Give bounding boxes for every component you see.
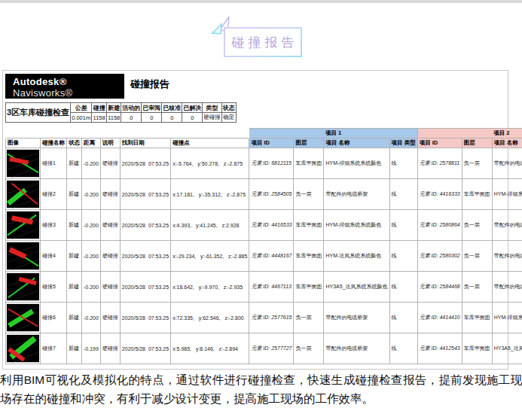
item1-layer-cell: 负一层	[294, 179, 324, 210]
clash-thumbnail-cell	[6, 179, 41, 210]
item1-name-cell: HY3A5_送风系统系统颜色	[324, 272, 389, 303]
item2-name-cell: 带配件的电缆桥架	[492, 241, 522, 272]
distance-cell: -0.200	[82, 272, 101, 303]
date-found-cell: 2020/5/28 07:53.25	[120, 333, 170, 364]
distance-cell: -0.200	[82, 179, 101, 210]
clash-thumbnail-cell	[6, 148, 41, 179]
summary-header: 已核准	[162, 103, 182, 113]
clash-name-cell: 碰撞7	[41, 333, 67, 364]
autodesk-navisworks-logo: Autodesk® Navisworks®	[5, 74, 124, 99]
distance-cell: -0.200	[82, 241, 101, 272]
clash-name-cell: 碰撞4	[41, 241, 67, 272]
item1-name-cell: 带配件的电缆桥架	[324, 179, 389, 210]
column-header: 图层	[462, 138, 492, 148]
item2-id-cell: 元素 ID: 4416333	[417, 179, 462, 210]
status-cell: 新建	[67, 333, 82, 364]
item2-id-cell: 元素 ID: 2584468	[417, 272, 462, 303]
column-header: 项目 名称	[324, 138, 389, 148]
item1-type-cell: 线	[389, 210, 417, 241]
date-found-cell: 2020/5/28 07:53.25	[120, 272, 170, 303]
table-row: 碰撞6新建-0.200硬碰撞2020/5/28 07:53.25x:72.335…	[6, 303, 522, 333]
date-found-cell: 2020/5/28 07:53.25	[120, 148, 170, 179]
item1-type-cell: 线	[389, 148, 417, 179]
item1-group-header: 项目 1	[249, 129, 417, 138]
clash-snapshot-image	[7, 211, 39, 239]
column-header: 项目 名称	[492, 138, 522, 148]
summary-header: 已解决	[182, 103, 203, 113]
column-header: 碰撞点	[171, 138, 249, 148]
item2-id-cell: 元素 ID: 4414410	[417, 303, 462, 333]
item1-type-cell: 线	[389, 241, 417, 272]
item1-id-cell: 元素 ID: 2584505	[249, 179, 294, 210]
item2-layer-cell: 车库平面图	[462, 179, 492, 210]
clash-point-cell: x:4.393, y:41.245, z:2.928	[171, 210, 249, 241]
summary-header: 碰撞	[92, 103, 107, 113]
clash-point-cell: x:17.181, y:-35.312, z:-2.875	[171, 179, 249, 210]
clash-name-cell: 碰撞3	[41, 210, 67, 241]
column-header: 项目 类型	[389, 138, 417, 148]
item1-layer-cell: 车库平面图	[294, 272, 324, 303]
item2-id-cell: 元素 ID: 4412543	[417, 333, 462, 364]
clash-name-cell: 碰撞6	[41, 303, 67, 333]
date-found-cell: 2020/5/28 07:53.25	[120, 179, 170, 210]
clash-point-cell: x:18.642, y:-9.970, z:-2.935	[171, 272, 249, 303]
column-header: 状态	[67, 138, 82, 148]
clash-point-cell: x:5.985, y:8.146, z:-2.894	[171, 333, 249, 364]
status-cell: 新建	[67, 210, 82, 241]
description-cell: 硬碰撞	[100, 303, 120, 333]
column-header: 项目 ID	[417, 138, 462, 148]
clash-table-body: 碰撞1新建-0.200硬碰撞2020/5/28 07:53.25x:-5.764…	[6, 148, 522, 364]
summary-value: 1158	[107, 113, 121, 123]
description-cell: 硬碰撞	[100, 148, 120, 179]
summary-header: 状态	[221, 103, 236, 113]
date-found-cell: 2020/5/28 07:53.25	[120, 210, 170, 241]
table-row: 碰撞3新建-0.200硬碰撞2020/5/28 07:53.25x:4.393,…	[6, 210, 522, 241]
summary-value: 硬碰撞	[203, 113, 222, 123]
clash-thumbnail-cell	[6, 272, 41, 303]
clash-point-cell: x:-5.764, y:50.278, z:-2.875	[171, 148, 249, 179]
item1-name-cell: 带配件的电缆桥架	[324, 303, 389, 333]
distance-cell: -0.199	[82, 333, 101, 364]
summary-header: 公差	[71, 103, 92, 113]
item2-layer-cell: 负一层	[462, 272, 492, 303]
column-header: 距离	[82, 138, 101, 148]
summary-value: 0	[121, 113, 142, 123]
clash-snapshot-image	[7, 334, 39, 363]
item1-layer-cell: 车库平面图	[294, 241, 324, 272]
clash-thumbnail-cell	[6, 210, 41, 241]
summary-value: 0.001m	[71, 113, 92, 123]
clash-test-name: 3区车库碰撞检查	[6, 103, 71, 123]
clash-thumbnail-cell	[6, 303, 41, 333]
item1-id-cell: 元素 ID: 2577727	[249, 333, 294, 364]
logo-autodesk-text: Autodesk®	[13, 76, 117, 87]
description-cell: 硬碰撞	[100, 241, 120, 272]
distance-cell: -0.200	[82, 210, 101, 241]
item2-group-header: 项目 2	[417, 129, 522, 138]
summary-header: 已审阅	[142, 103, 162, 113]
item1-layer-cell: 车库平面图	[294, 148, 324, 179]
summary-value: 0	[142, 113, 162, 123]
column-header: 碰撞名称	[41, 138, 67, 148]
distance-cell: -0.200	[82, 148, 101, 179]
item2-name-cell: HY3A5_送风系统系统颜色	[492, 333, 522, 364]
date-found-cell: 2020/5/28 07:53.25	[120, 303, 170, 333]
item1-name-cell: HYM-排烟系统系统颜色	[324, 210, 389, 241]
status-cell: 新建	[67, 272, 82, 303]
summary-value: 0	[182, 113, 203, 123]
item1-type-cell: 线	[389, 179, 417, 210]
item1-name-cell: HYM-排烟系统系统颜色	[324, 148, 389, 179]
clash-point-cell: x:72.335, y:62.546, z:-2.800	[171, 303, 249, 333]
column-header: 找到日期	[120, 138, 170, 148]
clash-report-panel: Autodesk® Navisworks® 碰撞报告 3区车库碰撞检查公差碰撞新…	[2, 70, 508, 370]
clash-detail-table: 项目 1项目 2图像碰撞名称状态距离说明找到日期碰撞点项目 ID图层项目 名称项…	[5, 128, 522, 364]
description-cell: 硬碰撞	[100, 272, 120, 303]
summary-header: 类型	[203, 103, 222, 113]
table-row: 碰撞5新建-0.200硬碰撞2020/5/28 07:53.25x:18.642…	[6, 272, 522, 303]
clash-snapshot-image	[7, 303, 39, 332]
item2-name-cell: HYM-排烟系统系统颜色	[492, 179, 522, 210]
summary-header: 活动的	[121, 103, 142, 113]
decorative-title-box: 碰撞报告	[224, 27, 302, 57]
item2-name-cell: HYM-排烟系统系统颜色	[492, 303, 522, 333]
item2-layer-cell: 负一层	[462, 148, 492, 179]
column-header: 图像	[6, 138, 41, 148]
